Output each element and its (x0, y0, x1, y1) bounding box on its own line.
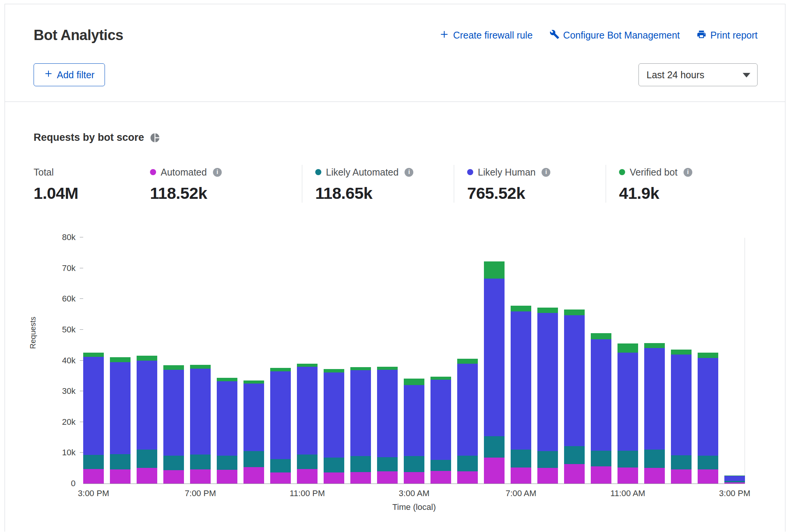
stacked-bar-3[interactable] (163, 365, 184, 484)
bar-segment-likely-automated[interactable] (190, 455, 211, 469)
bar-segment-verified-bot[interactable] (190, 365, 211, 369)
bar-segment-likely-automated[interactable] (591, 451, 611, 466)
bar-segment-automated[interactable] (110, 469, 131, 484)
bar-segment-verified-bot[interactable] (591, 333, 611, 339)
bar-segment-likely-automated[interactable] (644, 450, 665, 468)
info-icon[interactable]: i (542, 168, 550, 177)
bar-segment-automated[interactable] (377, 471, 398, 484)
bar-segment-automated[interactable] (591, 466, 611, 484)
bar-segment-likely-human[interactable] (617, 353, 638, 450)
bar-segment-verified-bot[interactable] (110, 357, 131, 362)
bar-segment-likely-automated[interactable] (537, 451, 558, 468)
bar-segment-automated[interactable] (404, 472, 424, 484)
bar-segment-verified-bot[interactable] (698, 353, 718, 358)
bar-segment-likely-automated[interactable] (163, 456, 184, 470)
bar-segment-automated[interactable] (137, 468, 157, 484)
bar-segment-likely-automated[interactable] (564, 446, 585, 464)
bar-segment-automated[interactable] (698, 469, 718, 484)
bar-segment-verified-bot[interactable] (297, 364, 318, 367)
bar-segment-likely-automated[interactable] (430, 460, 451, 471)
bar-segment-likely-human[interactable] (137, 361, 157, 450)
bar-segment-likely-human[interactable] (644, 348, 665, 450)
bar-segment-automated[interactable] (724, 482, 745, 484)
bar-segment-likely-human[interactable] (484, 279, 505, 436)
bar-segment-verified-bot[interactable] (243, 380, 264, 384)
bar-segment-likely-automated[interactable] (404, 456, 424, 472)
bar-segment-likely-human[interactable] (564, 315, 585, 447)
bar-segment-likely-automated[interactable] (297, 455, 318, 469)
bar-segment-likely-human[interactable] (110, 362, 131, 454)
bar-segment-likely-automated[interactable] (457, 456, 478, 471)
stacked-bar-16[interactable] (511, 306, 531, 484)
bar-segment-automated[interactable] (297, 469, 318, 484)
stacked-bar-22[interactable] (671, 350, 692, 484)
stacked-bar-9[interactable] (324, 369, 344, 484)
bar-segment-automated[interactable] (644, 468, 665, 484)
bar-segment-likely-human[interactable] (698, 358, 718, 456)
bar-segment-likely-human[interactable] (537, 313, 558, 451)
stacked-bar-24[interactable] (724, 476, 745, 484)
add-filter-button[interactable]: Add filter (34, 63, 105, 86)
bar-segment-automated[interactable] (324, 472, 344, 484)
bar-segment-automated[interactable] (217, 470, 237, 484)
bar-segment-verified-bot[interactable] (457, 359, 478, 363)
bar-segment-likely-automated[interactable] (377, 457, 398, 471)
bar-segment-verified-bot[interactable] (564, 310, 585, 315)
bar-segment-verified-bot[interactable] (324, 369, 344, 372)
bar-segment-likely-human[interactable] (297, 367, 318, 455)
bar-segment-likely-human[interactable] (270, 371, 291, 459)
bar-segment-verified-bot[interactable] (350, 367, 371, 370)
bar-segment-likely-human[interactable] (243, 384, 264, 451)
bar-segment-likely-human[interactable] (724, 476, 745, 481)
stacked-bar-12[interactable] (404, 379, 424, 484)
stacked-bar-8[interactable] (297, 364, 318, 484)
stacked-bar-17[interactable] (537, 308, 558, 484)
bar-segment-likely-automated[interactable] (671, 455, 692, 469)
stacked-bar-15[interactable] (484, 261, 505, 484)
stacked-bar-0[interactable] (83, 353, 104, 484)
bar-segment-verified-bot[interactable] (617, 343, 638, 353)
bar-segment-automated[interactable] (350, 472, 371, 484)
info-icon[interactable]: i (213, 168, 222, 177)
bar-segment-verified-bot[interactable] (430, 377, 451, 380)
bar-segment-likely-automated[interactable] (350, 456, 371, 472)
bar-segment-likely-automated[interactable] (110, 454, 131, 469)
stacked-bar-14[interactable] (457, 359, 478, 484)
bar-segment-automated[interactable] (617, 468, 638, 484)
bar-segment-verified-bot[interactable] (484, 261, 505, 279)
bar-segment-automated[interactable] (671, 469, 692, 484)
bar-segment-likely-human[interactable] (457, 364, 478, 456)
bar-segment-likely-automated[interactable] (243, 451, 264, 467)
stacked-bar-7[interactable] (270, 368, 291, 484)
bar-segment-likely-automated[interactable] (324, 458, 344, 473)
bar-segment-likely-human[interactable] (671, 355, 692, 455)
bar-segment-likely-human[interactable] (430, 380, 451, 460)
bar-segment-likely-human[interactable] (163, 370, 184, 456)
stacked-bar-23[interactable] (698, 353, 718, 484)
bar-segment-verified-bot[interactable] (644, 343, 665, 348)
bar-segment-likely-automated[interactable] (137, 450, 157, 468)
bar-segment-likely-human[interactable] (324, 372, 344, 458)
bar-segment-automated[interactable] (83, 469, 104, 484)
bar-segment-verified-bot[interactable] (137, 356, 157, 361)
info-icon[interactable]: i (405, 168, 413, 177)
bar-segment-automated[interactable] (430, 471, 451, 484)
bar-segment-likely-human[interactable] (591, 339, 611, 451)
bar-segment-automated[interactable] (243, 467, 264, 484)
bar-segment-automated[interactable] (511, 468, 531, 484)
create-firewall-rule-link[interactable]: Create firewall rule (439, 29, 532, 42)
bar-segment-automated[interactable] (190, 469, 211, 484)
stacked-bar-20[interactable] (617, 343, 638, 484)
bar-segment-verified-bot[interactable] (270, 368, 291, 371)
time-range-select[interactable]: Last 24 hours (638, 63, 758, 86)
bar-segment-likely-automated[interactable] (270, 459, 291, 472)
bar-segment-verified-bot[interactable] (163, 365, 184, 369)
stacked-bar-18[interactable] (564, 310, 585, 484)
stacked-bar-19[interactable] (591, 333, 611, 484)
stacked-bar-13[interactable] (430, 377, 451, 484)
stacked-bar-10[interactable] (350, 367, 371, 484)
bar-segment-automated[interactable] (537, 468, 558, 484)
bar-segment-likely-human[interactable] (83, 357, 104, 455)
info-icon[interactable]: i (684, 168, 692, 177)
bar-segment-likely-automated[interactable] (698, 456, 718, 469)
